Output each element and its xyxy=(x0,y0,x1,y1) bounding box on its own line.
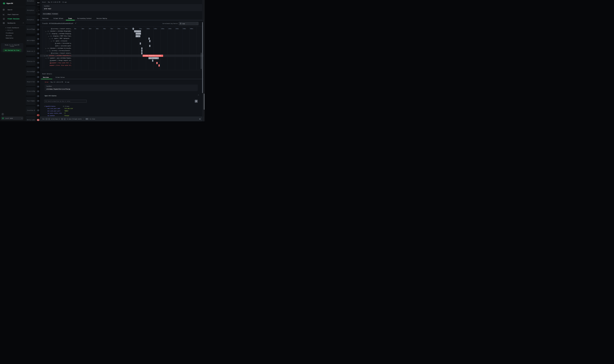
span-label[interactable]: payment | Charge request rec… xyxy=(52,60,71,61)
span-duration-bar[interactable]: grpc.oteldemo. xyxy=(148,57,159,59)
span-duration-bar[interactable]: oteldemo.PaymentService/Char xyxy=(143,55,163,57)
attributes-search-input[interactable]: Search properties by key or value xyxy=(44,100,87,103)
tab-overview[interactable]: Overview xyxy=(42,18,48,19)
attributes-root-row[interactable]: ▼ SpanAttributes {} 6 keys xyxy=(44,105,69,107)
trace-row[interactable]: (1)quote | POST /getquotePO xyxy=(40,38,205,40)
session-card[interactable]: Dolly.Lubo xyxy=(26,116,35,121)
span-label[interactable]: checkout | oteldemo.PaymentServi… xyxy=(49,55,71,56)
edit-pencil-icon[interactable] xyxy=(75,22,77,24)
service-name-chip[interactable]: ServiceName: frontend xyxy=(42,13,59,15)
help-button[interactable]: ? xyxy=(1,113,4,116)
tab-column-values[interactable]: Column Values xyxy=(53,18,63,19)
trace-row[interactable]: (1)checkout | oteldemo.PaymentServi…otel… xyxy=(40,54,205,57)
session-event-icon[interactable] xyxy=(37,90,39,92)
span-duration-bar[interactable]: ( xyxy=(141,52,143,54)
session-event-icon[interactable] xyxy=(37,43,39,45)
span-label[interactable]: payment | Visa cache full: c… xyxy=(52,62,71,64)
session-event-icon[interactable] xyxy=(37,114,39,116)
session-card[interactable]: Deion37@gm xyxy=(26,25,35,34)
span-label[interactable]: currency | Convert convers… xyxy=(53,52,71,54)
trace-row[interactable]: (1)shipping | oteldemo.Shipping…oteldemo… xyxy=(40,32,205,35)
span-label[interactable]: checkout | oteldemo.CurrencySe… xyxy=(50,48,71,49)
span-duration-bar[interactable]: oteldemo.Shipping xyxy=(134,30,141,32)
chevron-down-icon[interactable] xyxy=(45,48,46,49)
span-duration-bar[interactable]: ( xyxy=(152,60,153,62)
session-event-icon[interactable] xyxy=(37,86,39,88)
sidebar-item-chart-explorer[interactable]: Chart Explorer xyxy=(0,13,26,16)
session-event-icon[interactable] xyxy=(37,28,39,31)
span-duration-bar[interactable]: ( xyxy=(149,45,150,47)
trace-row[interactable]: (1)checkout | oteldemo.ShippingSe…otelde… xyxy=(40,30,205,32)
chevron-down-icon[interactable] xyxy=(47,50,48,51)
attribute-row[interactable]: rpc.grpc.status_code"2" xyxy=(47,113,66,114)
session-card[interactable]: Roderick_S xyxy=(26,47,35,56)
span-duration-bar[interactable]: PO xyxy=(148,38,150,40)
preset-item[interactable]: Clickhouse xyxy=(6,32,13,34)
trace-row[interactable]: payment | Visa cache full: c…Vi xyxy=(40,62,205,64)
close-icon[interactable] xyxy=(199,118,201,120)
session-event-icon[interactable] xyxy=(37,104,39,107)
session-card[interactable]: Ernesto33@ xyxy=(26,87,35,96)
span-label[interactable]: quote | {closure} xyxy=(56,40,67,41)
session-event-icon[interactable] xyxy=(37,76,39,78)
span-label[interactable]: quote | calculate-quote xyxy=(55,45,71,46)
trace-row[interactable]: (2)quote | {closure}{c xyxy=(40,40,205,42)
session-card[interactable]: Howard.Run xyxy=(26,78,35,86)
span-duration-bar[interactable]: ( xyxy=(141,47,143,50)
session-event-icon[interactable] xyxy=(37,57,39,59)
get-started-button[interactable]: Get Started for Free xyxy=(3,49,21,52)
create-dashboard-button[interactable]: + Create Dashboard xyxy=(5,27,19,28)
session-event-icon[interactable] xyxy=(37,24,39,26)
span-duration-bar[interactable]: Er xyxy=(158,64,160,66)
session-event-icon[interactable] xyxy=(37,95,39,97)
trace-row[interactable]: payment | Charge request rec…( xyxy=(40,59,205,62)
chevron-down-icon[interactable] xyxy=(49,38,50,39)
drawer-scrollbar[interactable] xyxy=(202,0,203,121)
presets-toggle[interactable]: PRESETS xyxy=(6,30,13,31)
local-mode-bar[interactable]: U Local mode xyxy=(1,117,23,120)
window-scrollbar[interactable] xyxy=(203,0,205,121)
session-filter-chip[interactable]: H xyxy=(37,13,40,15)
preset-item[interactable]: Services xyxy=(6,35,12,36)
trace-row[interactable]: quote | calculate-quote( xyxy=(40,45,205,47)
span-label[interactable]: currency | Currency/Convert xyxy=(52,50,70,51)
span-label[interactable]: quote | Calculated q… xyxy=(57,43,71,44)
event-details-tab-column-values[interactable]: Column Values xyxy=(55,77,65,78)
span-duration-bar[interactable]: ( xyxy=(140,42,141,45)
session-card[interactable]: Anonymous xyxy=(26,15,35,24)
sidebar-item-search[interactable]: Search xyxy=(0,8,26,12)
sidebar-item-client-sessions[interactable]: Client Sessions xyxy=(0,17,26,21)
session-event-icon[interactable] xyxy=(37,62,39,64)
span-duration-bar[interactable]: ( xyxy=(141,50,143,52)
span-duration-bar[interactable]: ( xyxy=(133,28,134,30)
chevron-down-icon[interactable] xyxy=(45,58,46,59)
session-event-icon[interactable] xyxy=(37,19,39,21)
chevron-down-icon[interactable] xyxy=(48,36,49,37)
trace-row[interactable]: payment | Error: Visa cache ful…Er xyxy=(40,64,205,67)
chevron-down-icon[interactable] xyxy=(47,33,48,34)
session-card[interactable]: Kieran92@h xyxy=(26,67,35,76)
span-label[interactable]: shipping | POST http://quo… xyxy=(53,35,71,37)
session-event-icon[interactable] xyxy=(37,66,39,69)
session-card[interactable]: Jonathan.B xyxy=(26,106,35,115)
chevron-down-icon[interactable] xyxy=(51,40,52,41)
span-duration-bar[interactable]: oteldemo.Ship xyxy=(136,33,141,35)
preset-item[interactable]: Kubernetes xyxy=(6,38,13,39)
log-source-select[interactable]: Logs ⌃⌄ xyxy=(179,22,198,25)
span-duration-bar[interactable]: Vi xyxy=(156,62,157,64)
session-card[interactable]: Anonymous xyxy=(26,6,35,15)
trace-row[interactable]: (1)checkout | oteldemo.CurrencySe…( xyxy=(40,47,205,50)
session-event-icon[interactable] xyxy=(37,100,39,102)
session-search-input[interactable]: Search xyxy=(37,9,40,12)
tab-surrounding-context[interactable]: Surrounding Context xyxy=(77,18,91,19)
session-event-icon[interactable] xyxy=(37,109,39,111)
session-card[interactable]: Walton9@ho xyxy=(26,36,35,45)
tab-session-replay[interactable]: Session Replay xyxy=(96,18,107,19)
session-card[interactable]: Shaniya.Sc xyxy=(26,57,35,66)
trace-row[interactable]: (1)currency | Currency/Convert( xyxy=(40,50,205,52)
event-details-tab-overview[interactable]: Overview xyxy=(43,77,49,78)
session-event-icon[interactable] xyxy=(37,38,39,40)
span-label[interactable]: payment | Error: Visa cache ful… xyxy=(50,65,71,66)
trace-row[interactable]: currency | Convert convers…( xyxy=(40,27,205,30)
trace-row[interactable]: (3)payment | grpc.oteldemo.Paymen…grpc.o… xyxy=(40,57,205,59)
